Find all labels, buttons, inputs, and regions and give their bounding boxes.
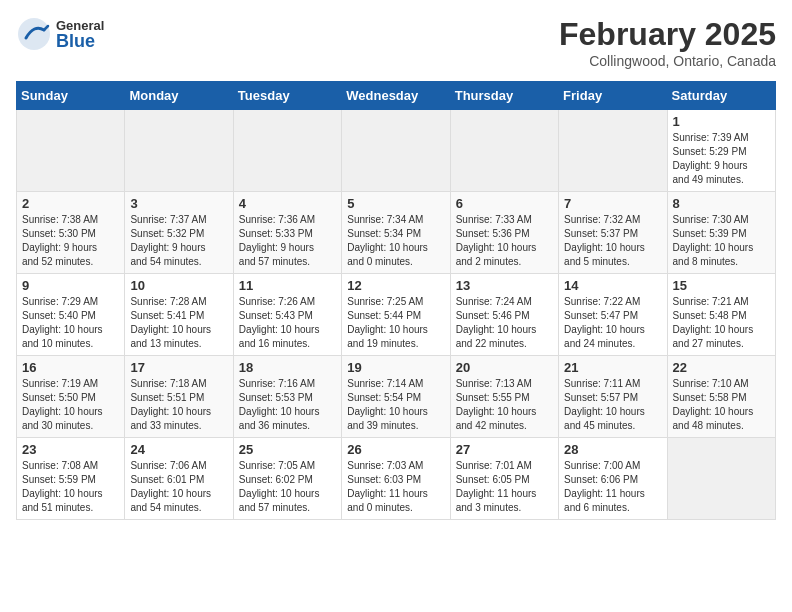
calendar-cell: 14Sunrise: 7:22 AM Sunset: 5:47 PM Dayli… <box>559 274 667 356</box>
calendar-cell: 2Sunrise: 7:38 AM Sunset: 5:30 PM Daylig… <box>17 192 125 274</box>
calendar-cell: 11Sunrise: 7:26 AM Sunset: 5:43 PM Dayli… <box>233 274 341 356</box>
col-friday: Friday <box>559 82 667 110</box>
month-title: February 2025 <box>559 16 776 53</box>
day-number: 28 <box>564 442 661 457</box>
day-info: Sunrise: 7:05 AM Sunset: 6:02 PM Dayligh… <box>239 459 336 515</box>
day-info: Sunrise: 7:24 AM Sunset: 5:46 PM Dayligh… <box>456 295 553 351</box>
day-info: Sunrise: 7:30 AM Sunset: 5:39 PM Dayligh… <box>673 213 770 269</box>
title-area: February 2025 Collingwood, Ontario, Cana… <box>559 16 776 69</box>
calendar-cell: 16Sunrise: 7:19 AM Sunset: 5:50 PM Dayli… <box>17 356 125 438</box>
day-number: 6 <box>456 196 553 211</box>
day-number: 12 <box>347 278 444 293</box>
day-number: 7 <box>564 196 661 211</box>
logo-blue-text: Blue <box>56 32 104 50</box>
day-number: 15 <box>673 278 770 293</box>
col-saturday: Saturday <box>667 82 775 110</box>
day-number: 21 <box>564 360 661 375</box>
logo: General Blue <box>16 16 104 52</box>
col-sunday: Sunday <box>17 82 125 110</box>
calendar-table: Sunday Monday Tuesday Wednesday Thursday… <box>16 81 776 520</box>
day-number: 14 <box>564 278 661 293</box>
day-info: Sunrise: 7:33 AM Sunset: 5:36 PM Dayligh… <box>456 213 553 269</box>
calendar-cell: 25Sunrise: 7:05 AM Sunset: 6:02 PM Dayli… <box>233 438 341 520</box>
calendar-cell <box>125 110 233 192</box>
day-info: Sunrise: 7:38 AM Sunset: 5:30 PM Dayligh… <box>22 213 119 269</box>
col-tuesday: Tuesday <box>233 82 341 110</box>
day-info: Sunrise: 7:37 AM Sunset: 5:32 PM Dayligh… <box>130 213 227 269</box>
day-info: Sunrise: 7:03 AM Sunset: 6:03 PM Dayligh… <box>347 459 444 515</box>
day-number: 9 <box>22 278 119 293</box>
day-number: 27 <box>456 442 553 457</box>
col-thursday: Thursday <box>450 82 558 110</box>
day-number: 5 <box>347 196 444 211</box>
day-info: Sunrise: 7:39 AM Sunset: 5:29 PM Dayligh… <box>673 131 770 187</box>
calendar-cell <box>667 438 775 520</box>
day-number: 19 <box>347 360 444 375</box>
day-number: 13 <box>456 278 553 293</box>
calendar-cell: 9Sunrise: 7:29 AM Sunset: 5:40 PM Daylig… <box>17 274 125 356</box>
day-info: Sunrise: 7:26 AM Sunset: 5:43 PM Dayligh… <box>239 295 336 351</box>
calendar-cell: 27Sunrise: 7:01 AM Sunset: 6:05 PM Dayli… <box>450 438 558 520</box>
day-info: Sunrise: 7:21 AM Sunset: 5:48 PM Dayligh… <box>673 295 770 351</box>
calendar-cell: 20Sunrise: 7:13 AM Sunset: 5:55 PM Dayli… <box>450 356 558 438</box>
day-info: Sunrise: 7:08 AM Sunset: 5:59 PM Dayligh… <box>22 459 119 515</box>
logo-text: General Blue <box>56 19 104 50</box>
calendar-week-3: 9Sunrise: 7:29 AM Sunset: 5:40 PM Daylig… <box>17 274 776 356</box>
logo-general-text: General <box>56 19 104 32</box>
calendar-cell: 10Sunrise: 7:28 AM Sunset: 5:41 PM Dayli… <box>125 274 233 356</box>
day-info: Sunrise: 7:22 AM Sunset: 5:47 PM Dayligh… <box>564 295 661 351</box>
day-number: 8 <box>673 196 770 211</box>
calendar-week-1: 1Sunrise: 7:39 AM Sunset: 5:29 PM Daylig… <box>17 110 776 192</box>
calendar-cell: 22Sunrise: 7:10 AM Sunset: 5:58 PM Dayli… <box>667 356 775 438</box>
day-number: 23 <box>22 442 119 457</box>
svg-point-0 <box>18 18 50 50</box>
calendar-cell: 4Sunrise: 7:36 AM Sunset: 5:33 PM Daylig… <box>233 192 341 274</box>
calendar-cell: 7Sunrise: 7:32 AM Sunset: 5:37 PM Daylig… <box>559 192 667 274</box>
day-info: Sunrise: 7:01 AM Sunset: 6:05 PM Dayligh… <box>456 459 553 515</box>
day-info: Sunrise: 7:13 AM Sunset: 5:55 PM Dayligh… <box>456 377 553 433</box>
day-info: Sunrise: 7:19 AM Sunset: 5:50 PM Dayligh… <box>22 377 119 433</box>
calendar-cell: 12Sunrise: 7:25 AM Sunset: 5:44 PM Dayli… <box>342 274 450 356</box>
calendar-cell <box>559 110 667 192</box>
logo-icon <box>16 16 52 52</box>
calendar-cell: 5Sunrise: 7:34 AM Sunset: 5:34 PM Daylig… <box>342 192 450 274</box>
day-number: 26 <box>347 442 444 457</box>
calendar-cell <box>233 110 341 192</box>
day-number: 16 <box>22 360 119 375</box>
day-info: Sunrise: 7:11 AM Sunset: 5:57 PM Dayligh… <box>564 377 661 433</box>
day-number: 22 <box>673 360 770 375</box>
calendar-cell: 28Sunrise: 7:00 AM Sunset: 6:06 PM Dayli… <box>559 438 667 520</box>
day-info: Sunrise: 7:34 AM Sunset: 5:34 PM Dayligh… <box>347 213 444 269</box>
calendar-cell: 21Sunrise: 7:11 AM Sunset: 5:57 PM Dayli… <box>559 356 667 438</box>
day-number: 2 <box>22 196 119 211</box>
calendar-cell: 3Sunrise: 7:37 AM Sunset: 5:32 PM Daylig… <box>125 192 233 274</box>
calendar-week-2: 2Sunrise: 7:38 AM Sunset: 5:30 PM Daylig… <box>17 192 776 274</box>
col-wednesday: Wednesday <box>342 82 450 110</box>
header: General Blue February 2025 Collingwood, … <box>16 16 776 69</box>
col-monday: Monday <box>125 82 233 110</box>
day-info: Sunrise: 7:16 AM Sunset: 5:53 PM Dayligh… <box>239 377 336 433</box>
calendar-cell: 13Sunrise: 7:24 AM Sunset: 5:46 PM Dayli… <box>450 274 558 356</box>
day-number: 1 <box>673 114 770 129</box>
day-info: Sunrise: 7:29 AM Sunset: 5:40 PM Dayligh… <box>22 295 119 351</box>
day-number: 20 <box>456 360 553 375</box>
day-number: 18 <box>239 360 336 375</box>
calendar-cell: 23Sunrise: 7:08 AM Sunset: 5:59 PM Dayli… <box>17 438 125 520</box>
calendar-cell <box>17 110 125 192</box>
day-info: Sunrise: 7:18 AM Sunset: 5:51 PM Dayligh… <box>130 377 227 433</box>
calendar-cell: 15Sunrise: 7:21 AM Sunset: 5:48 PM Dayli… <box>667 274 775 356</box>
day-info: Sunrise: 7:00 AM Sunset: 6:06 PM Dayligh… <box>564 459 661 515</box>
day-number: 17 <box>130 360 227 375</box>
day-number: 24 <box>130 442 227 457</box>
day-number: 11 <box>239 278 336 293</box>
day-number: 10 <box>130 278 227 293</box>
day-info: Sunrise: 7:10 AM Sunset: 5:58 PM Dayligh… <box>673 377 770 433</box>
calendar-cell <box>342 110 450 192</box>
calendar-cell: 17Sunrise: 7:18 AM Sunset: 5:51 PM Dayli… <box>125 356 233 438</box>
day-number: 3 <box>130 196 227 211</box>
calendar-header: Sunday Monday Tuesday Wednesday Thursday… <box>17 82 776 110</box>
day-info: Sunrise: 7:25 AM Sunset: 5:44 PM Dayligh… <box>347 295 444 351</box>
calendar-cell: 8Sunrise: 7:30 AM Sunset: 5:39 PM Daylig… <box>667 192 775 274</box>
calendar-cell: 6Sunrise: 7:33 AM Sunset: 5:36 PM Daylig… <box>450 192 558 274</box>
calendar-body: 1Sunrise: 7:39 AM Sunset: 5:29 PM Daylig… <box>17 110 776 520</box>
